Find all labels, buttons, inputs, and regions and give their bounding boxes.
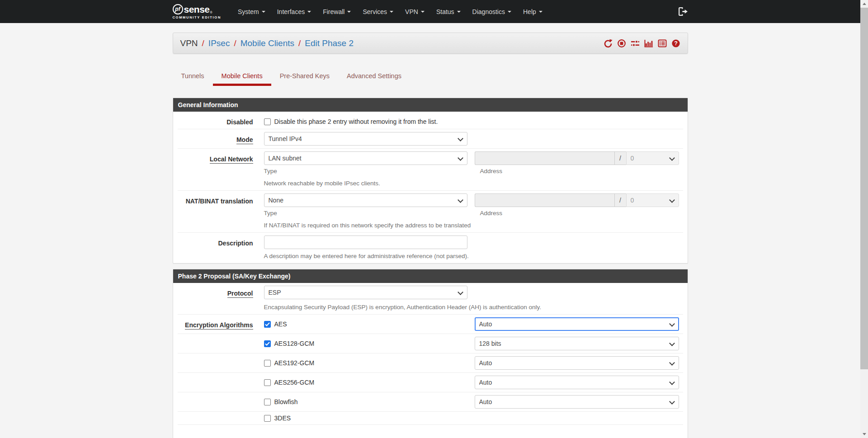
breadcrumb-item-ipsec[interactable]: IPsec <box>208 38 230 48</box>
aes-keylen-select[interactable]: Auto <box>475 317 679 331</box>
aes128gcm-label: AES128-GCM <box>274 340 315 347</box>
vertical-scrollbar[interactable] <box>860 0 868 438</box>
aes256gcm-keylen-select[interactable]: Auto <box>475 376 679 389</box>
nav-item-firewall[interactable]: Firewall <box>317 0 357 23</box>
main-menu: System Interfaces Firewall Services VPN … <box>232 0 548 23</box>
disabled-checkbox-row[interactable]: Disable this phase 2 entry without remov… <box>264 114 679 125</box>
panel-general-information: General Information Disabled Disable thi… <box>173 98 688 264</box>
aes128gcm-checkbox[interactable] <box>264 340 271 347</box>
tab-tunnels[interactable]: Tunnels <box>173 67 213 86</box>
local-network-help: Network reachable by mobile IPsec client… <box>264 179 679 188</box>
tab-pre-shared-keys[interactable]: Pre-Shared Keys <box>271 67 338 86</box>
row-encryption-aes: Encryption Algorithms AES Auto <box>178 315 683 334</box>
local-network-address-caption: Address <box>480 167 503 175</box>
caret-down-icon <box>262 11 265 13</box>
sliders-icon[interactable] <box>631 39 640 48</box>
mode-label: Mode <box>236 136 253 144</box>
aes-checkbox[interactable] <box>264 321 271 328</box>
row-encryption-aes128gcm: AES128-GCM 128 bits <box>178 334 683 353</box>
nav-item-interfaces[interactable]: Interfaces <box>271 0 317 23</box>
aes192gcm-checkbox-row[interactable]: AES192-GCM <box>264 359 315 367</box>
protocol-label: Protocol <box>227 290 253 298</box>
disabled-label: Disabled <box>226 118 253 126</box>
caret-down-icon <box>539 11 542 13</box>
caret-down-icon <box>390 11 393 13</box>
caret-down-icon <box>457 11 461 13</box>
nav-item-status[interactable]: Status <box>430 0 467 23</box>
nat-type-select[interactable]: None <box>264 193 467 207</box>
3des-checkbox-row[interactable]: 3DES <box>264 414 291 422</box>
caret-down-icon <box>307 11 311 13</box>
panel-phase2-proposal: Phase 2 Proposal (SA/Key Exchange) Proto… <box>173 269 688 438</box>
local-network-label: Local Network <box>210 155 253 164</box>
tab-advanced-settings[interactable]: Advanced Settings <box>338 67 410 86</box>
description-label: Description <box>218 240 253 247</box>
blowfish-checkbox[interactable] <box>264 399 271 405</box>
row-cut-off <box>178 425 683 438</box>
row-disabled: Disabled Disable this phase 2 entry with… <box>178 112 683 129</box>
nav-item-diagnostics[interactable]: Diagnostics <box>467 0 517 23</box>
blowfish-checkbox-row[interactable]: Blowfish <box>264 398 298 405</box>
aes256gcm-label: AES256-GCM <box>274 379 315 386</box>
breadcrumb-item-edit-phase-2[interactable]: Edit Phase 2 <box>305 38 354 48</box>
protocol-select[interactable]: ESP <box>264 286 467 299</box>
panel-title-general: General Information <box>173 98 688 112</box>
brand-edition: COMMUNITY EDITION <box>173 15 222 19</box>
aes-checkbox-row[interactable]: AES <box>264 320 287 328</box>
nav-item-system[interactable]: System <box>232 0 271 23</box>
tab-bar: Tunnels Mobile Clients Pre-Shared Keys A… <box>173 67 688 86</box>
pf-logo-mark: pf <box>173 4 183 14</box>
local-network-type-select[interactable]: LAN subnet <box>264 151 467 165</box>
row-nat-binat: NAT/BINAT translation None / 0 <box>178 191 683 233</box>
nat-address-input[interactable] <box>475 193 614 207</box>
aes-label: AES <box>274 320 287 328</box>
breadcrumb-item-vpn: VPN <box>180 38 198 48</box>
panel-title-phase2: Phase 2 Proposal (SA/Key Exchange) <box>173 269 688 283</box>
nat-help: If NAT/BINAT is required on this network… <box>264 221 679 230</box>
nav-item-services[interactable]: Services <box>357 0 399 23</box>
nat-label: NAT/BINAT translation <box>186 198 253 205</box>
aes192gcm-label: AES192-GCM <box>274 359 315 367</box>
aes128gcm-checkbox-row[interactable]: AES128-GCM <box>264 340 315 347</box>
local-network-address-group: / 0 <box>475 151 679 165</box>
aes256gcm-checkbox-row[interactable]: AES256-GCM <box>264 379 315 386</box>
nat-mask-select[interactable]: 0 <box>626 193 679 207</box>
aes256gcm-checkbox[interactable] <box>264 379 271 386</box>
local-network-address-input[interactable] <box>475 151 614 165</box>
refresh-icon[interactable] <box>604 39 613 48</box>
nat-address-caption: Address <box>480 209 503 217</box>
top-navbar: pf sense ® COMMUNITY EDITION System Inte… <box>0 0 860 23</box>
nav-item-help[interactable]: Help <box>517 0 548 23</box>
breadcrumb-item-mobile-clients[interactable]: Mobile Clients <box>241 38 294 48</box>
breadcrumb: VPN / IPsec / Mobile Clients / Edit Phas… <box>180 38 354 48</box>
record-icon[interactable] <box>617 39 626 48</box>
description-help: A description may be entered here for ad… <box>264 252 679 260</box>
caret-down-icon <box>421 11 425 13</box>
list-icon[interactable] <box>658 39 667 48</box>
3des-label: 3DES <box>274 414 291 422</box>
scroll-up-arrow-icon[interactable] <box>860 0 868 8</box>
description-input[interactable] <box>264 235 467 249</box>
3des-checkbox[interactable] <box>264 415 271 422</box>
sign-out-icon[interactable] <box>679 7 688 16</box>
caret-down-icon <box>347 11 351 13</box>
tab-mobile-clients[interactable]: Mobile Clients <box>213 67 271 86</box>
disabled-checkbox[interactable] <box>264 118 271 125</box>
address-mask-separator: / <box>614 193 626 207</box>
row-local-network: Local Network LAN subnet / 0 <box>178 149 683 191</box>
row-encryption-blowfish: Blowfish Auto <box>178 392 683 412</box>
mode-select[interactable]: Tunnel IPv4 <box>264 132 467 146</box>
nav-item-vpn[interactable]: VPN <box>399 0 430 23</box>
aes128gcm-keylen-select[interactable]: 128 bits <box>475 337 679 350</box>
scrollbar-thumb[interactable] <box>860 8 868 369</box>
aes192gcm-keylen-select[interactable]: Auto <box>475 356 679 370</box>
blowfish-keylen-select[interactable]: Auto <box>475 395 679 409</box>
bar-chart-icon[interactable] <box>644 39 653 48</box>
pfsense-logo[interactable]: pf sense ® COMMUNITY EDITION <box>173 4 222 19</box>
row-protocol: Protocol ESP Encapsulating Security Payl… <box>178 283 683 315</box>
help-icon[interactable]: ? <box>671 39 680 48</box>
scroll-down-arrow-icon[interactable] <box>860 430 868 438</box>
nat-type-caption: Type <box>264 209 480 217</box>
aes192gcm-checkbox[interactable] <box>264 360 271 367</box>
local-network-mask-select[interactable]: 0 <box>626 151 679 165</box>
